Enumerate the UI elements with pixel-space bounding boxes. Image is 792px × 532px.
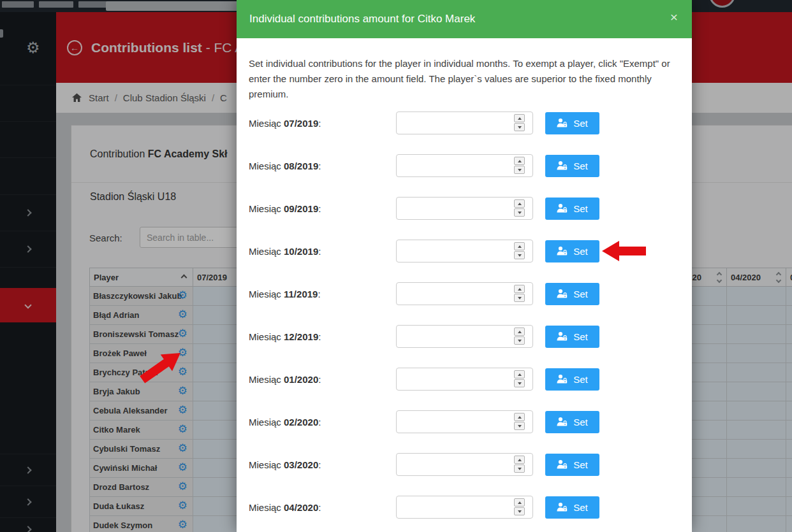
user-lock-icon: [557, 289, 568, 299]
amount-input-wrap: [396, 111, 533, 134]
number-spinner: [514, 456, 525, 473]
number-spinner: [514, 413, 525, 430]
user-lock-icon: [557, 374, 568, 384]
amount-input[interactable]: [396, 240, 533, 262]
user-lock-icon: [557, 118, 568, 128]
month-value: 08/2019: [284, 161, 318, 171]
spinner-up-icon[interactable]: [514, 114, 525, 122]
amount-input-wrap: [396, 368, 533, 391]
set-button-label: Set: [573, 331, 588, 342]
amount-input-wrap: [396, 410, 533, 433]
month-row: Miesiąc 01/2020: Set: [237, 368, 692, 391]
amount-input[interactable]: [396, 197, 533, 220]
amount-input-wrap: [396, 325, 533, 348]
user-lock-icon: [557, 203, 568, 213]
number-spinner: [514, 327, 525, 345]
spinner-down-icon[interactable]: [514, 379, 525, 387]
month-row: Miesiąc 02/2020: Set: [237, 410, 692, 433]
spinner-down-icon[interactable]: [514, 507, 525, 515]
month-row: Miesiąc 07/2019: Set: [237, 111, 692, 134]
month-row: Miesiąc 12/2019: Set: [237, 325, 692, 348]
month-label: Miesiąc 02/2020:: [249, 417, 396, 428]
amount-input[interactable]: [396, 453, 533, 476]
amount-input[interactable]: [396, 496, 533, 519]
set-button[interactable]: Set: [545, 368, 599, 391]
set-button[interactable]: Set: [545, 198, 599, 220]
spinner-down-icon[interactable]: [514, 336, 525, 345]
spinner-down-icon[interactable]: [514, 422, 525, 430]
month-label-suffix: :: [318, 161, 321, 171]
month-row: Miesiąc 11/2019: Set: [237, 282, 692, 305]
month-label: Miesiąc 08/2019:: [249, 161, 396, 171]
spinner-up-icon[interactable]: [514, 157, 525, 165]
month-label-prefix: Miesiąc: [249, 502, 284, 513]
spinner-up-icon[interactable]: [514, 456, 525, 464]
month-label-suffix: :: [318, 459, 321, 470]
amount-input[interactable]: [396, 111, 533, 134]
set-button-label: Set: [573, 246, 588, 257]
user-lock-icon: [557, 161, 568, 171]
set-button[interactable]: Set: [545, 240, 599, 262]
number-spinner: [514, 498, 525, 515]
set-button[interactable]: Set: [545, 411, 599, 433]
spinner-up-icon[interactable]: [514, 242, 525, 250]
month-label-suffix: :: [318, 502, 321, 513]
spinner-down-icon[interactable]: [514, 251, 525, 259]
month-label-suffix: :: [318, 246, 321, 257]
month-value: 07/2019: [284, 118, 318, 129]
annotation-arrow-set-button: [601, 240, 647, 262]
user-lock-icon: [557, 417, 568, 427]
close-icon[interactable]: ×: [670, 10, 678, 24]
month-label: Miesiąc 03/2020:: [249, 459, 396, 470]
month-value: 01/2020: [284, 374, 318, 385]
month-label-prefix: Miesiąc: [249, 161, 284, 171]
spinner-up-icon[interactable]: [514, 498, 525, 507]
user-lock-icon: [557, 246, 568, 256]
spinner-up-icon[interactable]: [514, 285, 525, 293]
month-label-prefix: Miesiąc: [249, 203, 284, 214]
spinner-down-icon[interactable]: [514, 166, 525, 174]
month-row: Miesiąc 03/2020: Set: [237, 453, 692, 476]
set-button[interactable]: Set: [545, 283, 599, 305]
amount-input[interactable]: [396, 410, 533, 433]
individual-contributions-modal: Individual contributions amount for Citk…: [237, 0, 692, 532]
month-label-suffix: :: [318, 203, 321, 214]
user-lock-icon: [557, 331, 568, 341]
set-button-label: Set: [573, 118, 588, 129]
user-lock-icon: [557, 502, 568, 512]
amount-input-wrap: [396, 154, 533, 177]
month-label-prefix: Miesiąc: [249, 417, 284, 428]
month-value: 12/2019: [284, 331, 318, 342]
modal-header: Individual contributions amount for Citk…: [237, 0, 692, 38]
spinner-down-icon[interactable]: [514, 464, 525, 473]
user-lock-icon: [557, 459, 568, 470]
spinner-up-icon[interactable]: [514, 199, 525, 208]
spinner-down-icon[interactable]: [514, 123, 525, 131]
amount-input[interactable]: [396, 282, 533, 305]
month-value: 09/2019: [284, 203, 318, 214]
set-button-label: Set: [573, 203, 588, 214]
modal-description: Set individual contributions for the pla…: [249, 56, 681, 102]
month-label-prefix: Miesiąc: [249, 289, 284, 299]
amount-input-wrap: [396, 240, 533, 262]
set-button[interactable]: Set: [545, 155, 599, 177]
amount-input[interactable]: [396, 325, 533, 348]
number-spinner: [514, 199, 525, 217]
set-button-label: Set: [573, 161, 588, 171]
spinner-up-icon[interactable]: [514, 413, 525, 421]
spinner-down-icon[interactable]: [514, 294, 525, 302]
spinner-up-icon[interactable]: [514, 370, 525, 378]
month-label-prefix: Miesiąc: [249, 246, 284, 257]
month-label: Miesiąc 11/2019:: [249, 289, 396, 299]
set-button-label: Set: [573, 289, 588, 299]
set-button[interactable]: Set: [545, 454, 599, 476]
amount-input[interactable]: [396, 154, 533, 177]
set-button[interactable]: Set: [545, 496, 599, 519]
set-button[interactable]: Set: [545, 112, 599, 134]
spinner-up-icon[interactable]: [514, 327, 525, 336]
month-label-prefix: Miesiąc: [249, 459, 284, 470]
amount-input[interactable]: [396, 368, 533, 391]
month-rows: Miesiąc 07/2019: Set Miesiąc 08/2019:: [237, 111, 692, 519]
set-button[interactable]: Set: [545, 326, 599, 348]
spinner-down-icon[interactable]: [514, 208, 525, 217]
